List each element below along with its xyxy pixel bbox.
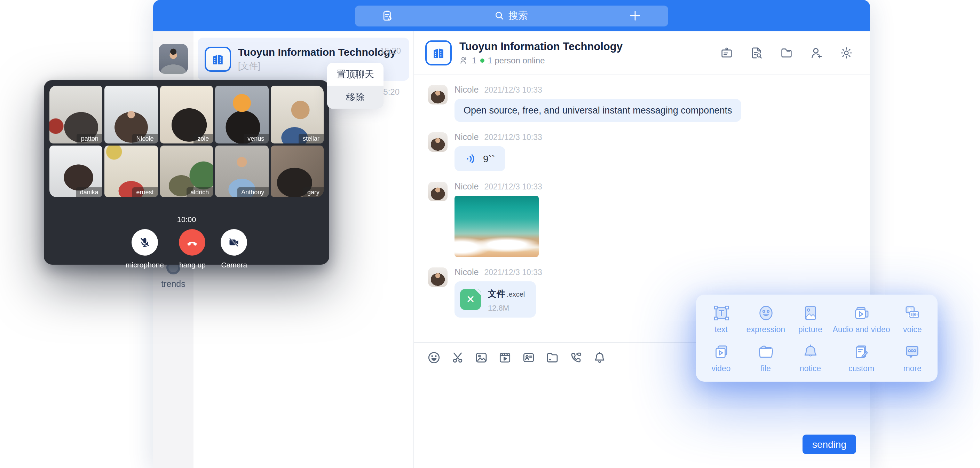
plus-icon[interactable] xyxy=(628,9,642,22)
notice-bell-icon[interactable] xyxy=(592,350,607,365)
popup-item-more[interactable]: more xyxy=(890,338,935,377)
hang-up-label: hang up xyxy=(179,260,206,269)
microphone-button[interactable] xyxy=(132,229,158,256)
popup-item-audio-video[interactable]: Audio and video xyxy=(833,299,890,338)
composer-popup: text expression picture xyxy=(696,295,937,382)
screen: 搜索 trends xyxy=(0,0,980,468)
send-button[interactable]: sending xyxy=(802,434,856,454)
menu-item-remove[interactable]: 移除 xyxy=(327,86,383,109)
popup-item-voice[interactable]: voice xyxy=(890,299,935,338)
microphone-label: microphone xyxy=(126,260,164,269)
message-list: Nicole 2021/12/3 10:33 Open source, free… xyxy=(414,75,870,318)
popup-item-text[interactable]: text xyxy=(699,299,743,338)
settings-gear-icon[interactable] xyxy=(839,46,853,59)
sender-name: Nicole xyxy=(455,267,479,277)
picture-icon xyxy=(801,303,820,323)
camera-button[interactable] xyxy=(221,229,247,256)
mic-muted-icon xyxy=(138,235,152,249)
voice-bubble[interactable]: 9`` xyxy=(455,146,505,171)
video-icon xyxy=(712,343,730,362)
chat-header: Tuoyun Information Technology 1 1 person… xyxy=(414,31,870,75)
participant-tile[interactable]: Nicole xyxy=(105,86,158,144)
camera-label: Camera xyxy=(221,260,247,269)
conversation-context-menu: 置顶聊天 移除 xyxy=(327,63,383,109)
popup-item-expression[interactable]: expression xyxy=(743,299,788,338)
voice-duration: 9`` xyxy=(483,153,495,165)
search-field[interactable]: 搜索 xyxy=(494,10,528,22)
participant-name: ernest xyxy=(132,187,158,197)
expression-icon xyxy=(756,303,775,323)
video-call-icon[interactable] xyxy=(569,350,583,365)
online-dot xyxy=(480,58,484,62)
conversation-time: 15:20 xyxy=(380,46,401,56)
voice-wave-icon xyxy=(465,153,477,165)
message-time: 2021/12/3 10:33 xyxy=(484,182,542,191)
popup-item-picture[interactable]: picture xyxy=(788,299,833,338)
sender-avatar[interactable] xyxy=(428,267,447,287)
beach-photo[interactable] xyxy=(455,196,539,257)
sender-avatar[interactable] xyxy=(428,182,447,201)
my-avatar[interactable] xyxy=(159,44,188,74)
voice-icon xyxy=(903,303,922,323)
search-placeholder: 搜索 xyxy=(508,10,528,22)
chat-record-search-icon[interactable] xyxy=(749,46,764,59)
emoji-icon[interactable] xyxy=(427,350,441,365)
file-bubble[interactable]: ✕ 文件.excel 12.8M xyxy=(455,281,536,318)
file-size: 12.8M xyxy=(488,303,525,312)
audio-video-icon xyxy=(852,303,871,323)
members-icon xyxy=(460,56,468,65)
hang-up-button[interactable] xyxy=(179,229,206,256)
participant-grid: patton Nicole zoie venus stellar danika … xyxy=(49,86,324,197)
file-name: 文件 xyxy=(488,289,505,299)
camera-muted-icon xyxy=(227,235,241,249)
popup-item-file[interactable]: file xyxy=(743,338,788,377)
participant-name: patton xyxy=(77,134,103,144)
participant-tile[interactable]: stellar xyxy=(270,86,324,144)
sender-avatar[interactable] xyxy=(428,132,447,152)
participant-name: venus xyxy=(243,134,268,144)
participant-tile[interactable]: patton xyxy=(49,86,103,144)
order-icon[interactable] xyxy=(382,10,393,22)
call-controls: microphone hang up xyxy=(49,229,324,269)
menu-item-pin-chat[interactable]: 置顶聊天 xyxy=(327,63,383,86)
sender-name: Nicole xyxy=(455,132,479,142)
text-bubble[interactable]: Open source, free, and universal instant… xyxy=(455,99,741,122)
contact-card-icon[interactable] xyxy=(521,350,536,365)
participant-tile[interactable]: danika xyxy=(49,145,103,197)
popup-item-custom[interactable]: custom xyxy=(833,338,890,377)
file-icon xyxy=(756,343,775,362)
folder-icon[interactable] xyxy=(780,46,794,59)
conversation-title: Tuoyun Information Technology xyxy=(238,46,396,58)
popup-item-video[interactable]: video xyxy=(699,338,743,377)
participant-tile[interactable]: venus xyxy=(215,86,268,144)
sender-avatar[interactable] xyxy=(428,85,447,104)
org-building-icon xyxy=(425,40,452,65)
message-time: 2021/12/3 10:33 xyxy=(484,133,542,141)
screenshot-scissors-icon[interactable] xyxy=(450,350,465,365)
popup-item-notice[interactable]: notice xyxy=(788,338,833,377)
participant-name: gary xyxy=(303,187,324,197)
participant-tile[interactable]: Anthony xyxy=(215,145,268,197)
folder-icon[interactable] xyxy=(545,350,560,365)
participant-tile[interactable]: ernest xyxy=(105,145,158,197)
custom-icon xyxy=(852,343,871,362)
file-ext: .excel xyxy=(507,291,525,298)
participant-name: zoie xyxy=(193,134,213,144)
add-member-icon[interactable] xyxy=(810,46,823,59)
video-call-panel: patton Nicole zoie venus stellar danika … xyxy=(44,80,329,265)
participant-tile[interactable]: gary xyxy=(270,145,324,197)
message-time: 2021/12/3 10:33 xyxy=(484,268,542,276)
trends-label: trends xyxy=(153,279,194,289)
search-icon xyxy=(494,10,504,21)
online-status: 1 person online xyxy=(488,55,545,65)
image-icon[interactable] xyxy=(474,350,488,365)
announcement-icon[interactable] xyxy=(720,46,733,59)
participant-tile[interactable]: aldrich xyxy=(160,145,213,197)
search-bar[interactable]: 搜索 xyxy=(355,5,668,26)
chat-title: Tuoyun Information Technology xyxy=(460,40,623,53)
video-clip-icon[interactable] xyxy=(498,350,512,365)
excel-file-icon: ✕ xyxy=(460,289,481,310)
participant-tile[interactable]: zoie xyxy=(160,86,213,144)
participant-name: stellar xyxy=(299,134,324,144)
chat-panel: Tuoyun Information Technology 1 1 person… xyxy=(414,31,870,468)
